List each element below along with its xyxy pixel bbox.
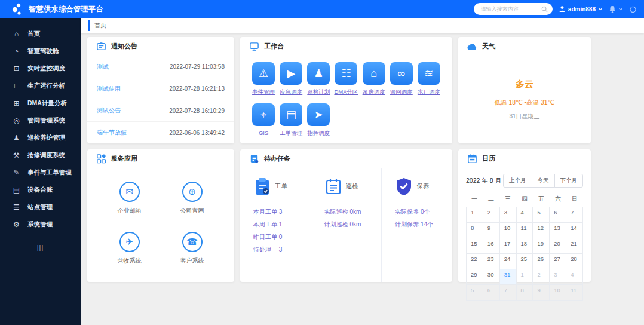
calendar-day-next-month[interactable]: 9 bbox=[533, 285, 550, 301]
calendar-day[interactable]: 12 bbox=[533, 223, 550, 238]
todo-stat[interactable]: 待处理 3 bbox=[253, 243, 311, 256]
calendar-day[interactable]: 11 bbox=[517, 223, 533, 238]
sidebar-item-cockpit[interactable]: ◔智慧驾驶舱 bbox=[0, 42, 81, 60]
next-month-button[interactable]: 下个月 bbox=[554, 174, 584, 188]
notice-row[interactable]: 端午节放假 2022-06-06 13:49:42 bbox=[87, 122, 234, 143]
calendar-day[interactable]: 2 bbox=[483, 207, 500, 223]
sidebar-item-system-management[interactable]: ⚙系统管理 bbox=[0, 216, 81, 233]
calendar-day[interactable]: 17 bbox=[500, 238, 517, 254]
notifications-menu[interactable] bbox=[609, 5, 623, 13]
calendar-day-next-month[interactable]: 8 bbox=[517, 285, 533, 301]
calendar-day-next-month[interactable]: 3 bbox=[550, 269, 566, 285]
sidebar-item-monitoring[interactable]: ⊡实时监控调度 bbox=[0, 60, 81, 77]
workbench-app-pipe-dispatch[interactable]: ∞ 管网调度 bbox=[388, 62, 415, 96]
search-icon[interactable] bbox=[541, 6, 548, 13]
notice-row[interactable]: 测试 2022-07-29 11:03:58 bbox=[87, 56, 234, 78]
notice-title-link[interactable]: 测试使用 bbox=[97, 85, 121, 93]
prev-month-button[interactable]: 上个月 bbox=[503, 174, 532, 188]
workbench-monitor-icon bbox=[249, 41, 259, 52]
calendar-day-next-month[interactable]: 4 bbox=[566, 269, 583, 285]
workbench-app-inspection-plan[interactable]: ♟ 巡检计划 bbox=[305, 62, 332, 96]
calendar-day[interactable]: 19 bbox=[533, 238, 550, 254]
workbench-app-work-order[interactable]: ▤ 工单管理 bbox=[277, 103, 305, 137]
service-app-company-website[interactable]: ⊕ 公司官网 bbox=[161, 173, 223, 223]
calendar-day[interactable]: 6 bbox=[550, 207, 566, 223]
sidebar-item-station-management[interactable]: ☰站点管理 bbox=[0, 198, 81, 216]
sidebar-item-event-workorder[interactable]: ✎事件与工单管理 bbox=[0, 164, 81, 181]
todo-stat[interactable]: 实际巡检 0km bbox=[324, 206, 382, 218]
calendar-day[interactable]: 24 bbox=[500, 254, 517, 269]
calendar-day[interactable]: 7 bbox=[566, 207, 583, 223]
calendar-day[interactable]: 5 bbox=[533, 207, 550, 223]
calendar-day[interactable]: 8 bbox=[467, 223, 483, 238]
sidebar-item-home[interactable]: ⌂首页 bbox=[0, 25, 81, 42]
workbench-app-command-dispatch[interactable]: ➤ 指挥调度 bbox=[305, 103, 332, 137]
workbench-app-gis[interactable]: ⌖ GIS bbox=[250, 103, 277, 137]
sidebar-item-equipment-ledger[interactable]: ▤设备台账 bbox=[0, 181, 81, 198]
workbench-app-dma-partition[interactable]: ☷ DMA分区 bbox=[332, 62, 360, 96]
calendar-day[interactable]: 3 bbox=[500, 207, 517, 223]
calendar-day[interactable]: 1 bbox=[467, 207, 483, 223]
notice-title-link[interactable]: 测试公告 bbox=[97, 106, 121, 115]
sidebar-item-pipe-network[interactable]: ◎管网管理系统 bbox=[0, 112, 81, 129]
breadcrumb[interactable]: 首页 bbox=[88, 20, 111, 31]
calendar-day[interactable]: 30 bbox=[483, 269, 500, 285]
calendar-day[interactable]: 22 bbox=[467, 254, 483, 269]
notice-row[interactable]: 测试使用 2022-07-28 16:21:13 bbox=[87, 78, 234, 100]
calendar-day[interactable]: 18 bbox=[517, 238, 533, 254]
mail-icon: ✉ bbox=[119, 182, 140, 202]
calendar-day[interactable]: 25 bbox=[517, 254, 533, 269]
workbench-app-water-plant-dispatch[interactable]: ≋ 水厂调度 bbox=[415, 62, 443, 96]
calendar-day[interactable]: 9 bbox=[483, 223, 500, 238]
todo-stat[interactable]: 本月工单 3 bbox=[253, 206, 311, 218]
calendar-day[interactable]: 16 bbox=[483, 238, 500, 254]
calendar-day-next-month[interactable]: 10 bbox=[550, 285, 566, 301]
calendar-day[interactable]: 29 bbox=[467, 269, 483, 285]
calendar-day-next-month[interactable]: 11 bbox=[566, 285, 583, 301]
sidebar-item-production-analysis[interactable]: ∟生产运行分析 bbox=[0, 77, 81, 94]
calendar-day-next-month[interactable]: 7 bbox=[500, 285, 517, 301]
todo-stat[interactable]: 计划巡检 0km bbox=[324, 218, 382, 231]
todo-stat[interactable]: 昨日工单 0 bbox=[253, 231, 311, 243]
dma-network-icon: ⊞ bbox=[12, 99, 21, 108]
calendar-day[interactable]: 23 bbox=[483, 254, 500, 269]
calendar-day[interactable]: 20 bbox=[550, 238, 566, 254]
calendar-day-next-month[interactable]: 5 bbox=[467, 285, 483, 301]
sidebar-collapse-handle[interactable]: ||| bbox=[0, 244, 81, 251]
today-button[interactable]: 今天 bbox=[532, 174, 555, 188]
global-search[interactable] bbox=[474, 3, 553, 15]
calendar-day[interactable]: 21 bbox=[566, 238, 583, 254]
notice-title-link[interactable]: 测试 bbox=[97, 63, 109, 71]
service-app-customer-system[interactable]: ☎ 客户系统 bbox=[161, 223, 223, 274]
calendar-day-next-month[interactable]: 1 bbox=[517, 269, 533, 285]
calendar-day-today[interactable]: 31 bbox=[500, 269, 517, 285]
calendar-day[interactable]: 13 bbox=[550, 223, 566, 238]
calendar-day[interactable]: 15 bbox=[467, 238, 483, 254]
service-app-revenue-system[interactable]: ✈ 营收系统 bbox=[98, 223, 161, 274]
calendar-day[interactable]: 28 bbox=[566, 254, 583, 269]
workbench-app-emergency-dispatch[interactable]: ▶ 应急调度 bbox=[277, 62, 305, 96]
todo-stat[interactable]: 本周工单 1 bbox=[253, 218, 311, 231]
sidebar-item-repair-dispatch[interactable]: ⚒抢修调度系统 bbox=[0, 146, 81, 164]
calendar-day[interactable]: 4 bbox=[517, 207, 533, 223]
calendar-day[interactable]: 26 bbox=[533, 254, 550, 269]
sidebar-item-dma-analysis[interactable]: ⊞DMA计量分析 bbox=[0, 94, 81, 112]
sidebar-item-patrol-maintenance[interactable]: ♟巡检养护管理 bbox=[0, 129, 81, 146]
workbench-app-pump-house-dispatch[interactable]: ⌂ 泵房调度 bbox=[360, 62, 388, 96]
calendar-day[interactable]: 14 bbox=[566, 223, 583, 238]
calendar-day-next-month[interactable]: 6 bbox=[483, 285, 500, 301]
calendar-day[interactable]: 27 bbox=[550, 254, 566, 269]
calendar-card: 日历 2022 年 8 月 上个月 今天 下个月 bbox=[458, 149, 591, 282]
calendar-day-next-month[interactable]: 2 bbox=[533, 269, 550, 285]
notice-title-link[interactable]: 端午节放假 bbox=[97, 128, 127, 137]
search-input[interactable] bbox=[481, 6, 541, 12]
notice-row[interactable]: 测试公告 2022-07-28 16:10:29 bbox=[87, 100, 234, 122]
todo-stat[interactable]: 实际保养 0个 bbox=[395, 206, 452, 218]
power-logout-icon[interactable] bbox=[629, 5, 637, 13]
service-app-enterprise-mail[interactable]: ✉ 企业邮箱 bbox=[98, 173, 161, 223]
user-menu[interactable]: admin888 bbox=[559, 5, 603, 13]
workbench-app-event-management[interactable]: ⚠ 事件管理 bbox=[250, 62, 277, 96]
weather-condition: 多云 bbox=[458, 79, 591, 90]
todo-stat[interactable]: 计划保养 14个 bbox=[395, 218, 452, 231]
calendar-day[interactable]: 10 bbox=[500, 223, 517, 238]
